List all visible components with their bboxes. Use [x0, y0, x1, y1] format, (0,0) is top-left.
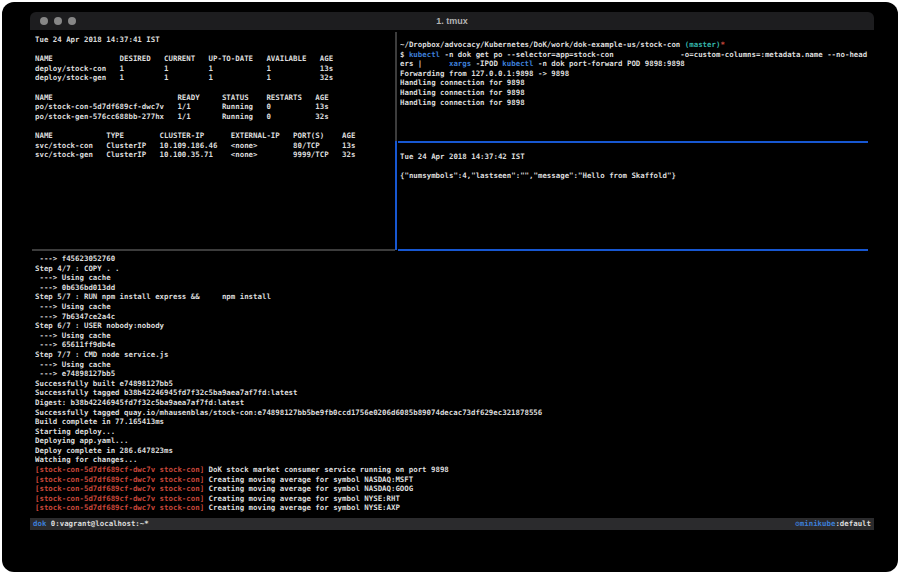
tmux-status-bar[interactable]: dok 0:vagrant@localhost:~* ⚙minikube:def… [30, 518, 874, 530]
terminal-text-segment: ers | [400, 59, 449, 68]
terminal-line: Successfully built e74898127bb5 [35, 379, 871, 389]
terminal-text-segment: DoK stock market consumer service runnin… [204, 465, 449, 474]
window-title: 1. tmux [30, 12, 874, 30]
terminal-text-segment: ---> Using cache [35, 273, 111, 282]
terminal-text-segment: {"numsymbols":4,"lastseen":"","message":… [400, 171, 676, 180]
status-session-window[interactable]: dok 0:vagrant@localhost:~* [33, 518, 149, 530]
terminal-text-segment: (master) [685, 40, 721, 49]
terminal-text-segment: ---> f45623052760 [35, 254, 115, 263]
terminal-text-segment: deploy/stock-con 1 1 1 1 13s [35, 64, 333, 73]
terminal-line: ⚙minikube:default [795, 518, 871, 530]
terminal-text-segment: Handling connection for 9898 [400, 98, 525, 107]
terminal-line: po/stock-con-5d7df689cf-dwc7v 1/1 Runnin… [35, 102, 395, 112]
terminal-body[interactable]: Tue 24 Apr 2018 14:37:41 IST NAME DESIRE… [30, 30, 874, 518]
terminal-text-segment: Handling connection for 9898 [400, 78, 525, 87]
terminal-text-segment: Step 4/7 : COPY . . [35, 264, 120, 273]
terminal-text-segment: ---> Using cache [35, 331, 111, 340]
terminal-text-segment: ---> 65611ff9db4e [35, 340, 115, 349]
terminal-text-segment: Handling connection for 9898 [400, 88, 525, 97]
terminal-line [35, 121, 395, 131]
terminal-line: Handling connection for 9898 [400, 78, 872, 88]
terminal-text-segment: NAME DESIRED CURRENT UP-TO-DATE AVAILABL… [35, 54, 333, 63]
pane-divider-bottom-right-active[interactable] [398, 249, 868, 251]
terminal-text-segment: -IPOD [471, 59, 502, 68]
pane-divider-bottom-left-inactive[interactable] [32, 249, 395, 251]
terminal-text-segment: 0:vagrant@localhost:~* [46, 519, 148, 528]
terminal-text-segment: :default [835, 519, 871, 528]
terminal-text-segment: $ [400, 50, 409, 59]
terminal-text-segment: Deploy complete in 286.647823ms [35, 446, 173, 455]
terminal-text-segment: NAME TYPE CLUSTER-IP EXTERNAL-IP PORT(S)… [35, 131, 355, 140]
terminal-line: Deploying app.yaml... [35, 436, 871, 446]
terminal-text-segment: Build complete in 77.165413ms [35, 417, 164, 426]
terminal-text-segment: -n dok get po --selector=app=stock-con -… [440, 50, 867, 59]
terminal-text-segment: [stock-con-5d7df689cf-dwc7v stock-con] [35, 484, 204, 493]
pane-divider-vertical-inactive[interactable] [395, 32, 397, 141]
terminal-line: po/stock-gen-576cc688bb-277hx 1/1 Runnin… [35, 112, 395, 122]
terminal-text-segment: Creating moving average for symbol NASDA… [204, 484, 413, 493]
terminal-line: Tue 24 Apr 2018 14:37:42 IST [400, 152, 872, 162]
terminal-line: ~/Dropbox/advocacy/Kubernetes/DoK/work/d… [400, 40, 872, 50]
terminal-text-segment: Digest: b38b42246945fd7f32c5ba9aea7af7fd… [35, 398, 244, 407]
titlebar[interactable]: 1. tmux [30, 12, 874, 30]
terminal-text-segment: po/stock-gen-576cc688bb-277hx 1/1 Runnin… [35, 112, 329, 121]
terminal-line: ers | xargs -IPOD kubectl -n dok port-fo… [400, 59, 872, 69]
terminal-line [400, 162, 872, 172]
terminal-line: svc/stock-gen ClusterIP 10.100.35.71 <no… [35, 150, 395, 160]
terminal-text-segment: Tue 24 Apr 2018 14:37:41 IST [35, 35, 160, 44]
terminal-line: Successfully tagged quay.io/mhausenblas/… [35, 408, 871, 418]
terminal-line: ---> Using cache [35, 302, 871, 312]
terminal-text-segment: [stock-con-5d7df689cf-dwc7v stock-con] [35, 475, 204, 484]
terminal-text-segment: ~/Dropbox/advocacy/Kubernetes/DoK/work/d… [400, 40, 685, 49]
terminal-line [35, 83, 395, 93]
desktop-background: 1. tmux Tue 24 Apr 2018 14:37:41 IST NAM… [2, 2, 898, 572]
terminal-text-segment: NAME READY STATUS RESTARTS AGE [35, 93, 329, 102]
terminal-text-segment: svc/stock-gen ClusterIP 10.100.35.71 <no… [35, 150, 355, 159]
terminal-text-segment: ---> 0b636bd013dd [35, 283, 115, 292]
terminal-line: NAME READY STATUS RESTARTS AGE [35, 93, 395, 103]
terminal-line: [stock-con-5d7df689cf-dwc7v stock-con] C… [35, 494, 871, 504]
terminal-text-segment: svc/stock-con ClusterIP 10.109.186.46 <n… [35, 141, 355, 150]
terminal-line: Starting deploy... [35, 427, 871, 437]
terminal-text-segment: Creating moving average for symbol NASDA… [204, 475, 413, 484]
terminal-line: $ kubectl -n dok get po --selector=app=s… [400, 50, 872, 60]
terminal-text-segment: kubectl [409, 50, 440, 59]
terminal-line: NAME DESIRED CURRENT UP-TO-DATE AVAILABL… [35, 54, 395, 64]
terminal-text-segment: Creating moving average for symbol NYSE:… [204, 494, 400, 503]
terminal-text-segment: Watching for changes... [35, 455, 137, 464]
terminal-text-segment: ---> 7b6347ce2a4c [35, 312, 115, 321]
pane-service-output[interactable]: Tue 24 Apr 2018 14:37:42 IST {"numsymbol… [400, 152, 872, 247]
terminal-text-segment: Successfully tagged b38b42246945fd7f32c5… [35, 388, 298, 397]
terminal-text-segment: Starting deploy... [35, 427, 115, 436]
pane-kubectl-resources[interactable]: Tue 24 Apr 2018 14:37:41 IST NAME DESIRE… [35, 35, 395, 247]
terminal-line: Successfully tagged b38b42246945fd7f32c5… [35, 388, 871, 398]
terminal-text-segment: Step 6/7 : USER nobody:nobody [35, 321, 164, 330]
terminal-line: NAME TYPE CLUSTER-IP EXTERNAL-IP PORT(S)… [35, 131, 395, 141]
terminal-text-segment: [stock-con-5d7df689cf-dwc7v stock-con] [35, 465, 204, 474]
terminal-text-segment: [stock-con-5d7df689cf-dwc7v stock-con] [35, 503, 204, 512]
pane-port-forward[interactable]: ~/Dropbox/advocacy/Kubernetes/DoK/work/d… [400, 40, 872, 140]
terminal-text-segment: xargs [449, 59, 471, 68]
terminal-line: Tue 24 Apr 2018 14:37:41 IST [35, 35, 395, 45]
terminal-text-segment: kubectl [502, 59, 533, 68]
terminal-window: 1. tmux Tue 24 Apr 2018 14:37:41 IST NAM… [30, 12, 874, 530]
terminal-line: Step 6/7 : USER nobody:nobody [35, 321, 871, 331]
terminal-line: Deploy complete in 286.647823ms [35, 446, 871, 456]
terminal-text-segment: Successfully tagged quay.io/mhausenblas/… [35, 408, 542, 417]
terminal-line: ---> 65611ff9db4e [35, 340, 871, 350]
terminal-line: ---> Using cache [35, 360, 871, 370]
terminal-line: ---> Using cache [35, 331, 871, 341]
pane-divider-top-right-active[interactable] [398, 141, 868, 143]
pane-skaffold-build-log[interactable]: ---> f45623052760Step 4/7 : COPY . . ---… [35, 254, 871, 516]
terminal-line: {"numsymbols":4,"lastseen":"","message":… [400, 171, 872, 181]
terminal-line: Forwarding from 127.0.0.1:9898 -> 9898 [400, 69, 872, 79]
terminal-text-segment: ---> e74898127bb5 [35, 369, 115, 378]
terminal-line: ---> e74898127bb5 [35, 369, 871, 379]
terminal-text-segment: dok [33, 519, 46, 528]
terminal-line: Step 5/7 : RUN npm install express && np… [35, 292, 871, 302]
terminal-text-segment: deploy/stock-gen 1 1 1 1 32s [35, 73, 333, 82]
terminal-text-segment: -n dok port-forward POD 9898:9898 [534, 59, 685, 68]
terminal-text-segment: Successfully built e74898127bb5 [35, 379, 173, 388]
terminal-line: Digest: b38b42246945fd7f32c5ba9aea7af7fd… [35, 398, 871, 408]
pane-divider-vertical-active[interactable] [395, 141, 397, 250]
